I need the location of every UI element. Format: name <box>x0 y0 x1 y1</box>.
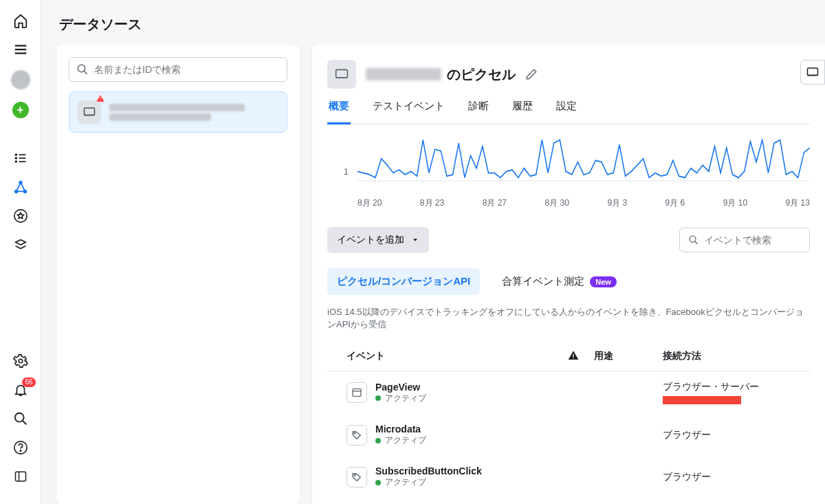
search-input[interactable] <box>94 64 280 75</box>
data-source-item[interactable] <box>69 91 287 133</box>
chart-x-axis: 8月 20 8月 23 8月 27 8月 30 9月 3 9月 6 9月 10 … <box>358 193 810 209</box>
alert-icon <box>96 94 105 103</box>
pixel-header-icon <box>327 60 356 89</box>
notification-badge: 66 <box>22 377 35 387</box>
svg-point-20 <box>78 65 85 72</box>
pixel-icon <box>78 100 101 124</box>
star-icon[interactable] <box>12 208 29 224</box>
svg-rect-31 <box>573 354 573 357</box>
tab-overview[interactable]: 概要 <box>327 100 351 124</box>
edit-icon[interactable] <box>525 68 538 80</box>
event-status: アクティブ <box>375 393 426 404</box>
home-icon[interactable] <box>12 12 29 29</box>
connection-method: ブラウザー <box>663 471 810 483</box>
event-name: SubscribedButtonClick <box>375 465 482 476</box>
event-name: Microdata <box>375 424 426 435</box>
th-event: イベント <box>346 350 553 362</box>
connection-method: ブラウザー <box>663 429 810 441</box>
window-icon <box>346 382 367 403</box>
chart-y-tick: 1 <box>344 167 349 177</box>
table-row[interactable]: SubscribedButtonClick アクティブ ブラウザー <box>327 456 810 498</box>
tabs: 概要 テストイベント 診断 履歴 設定 <box>327 100 810 124</box>
search-icon <box>688 234 698 246</box>
event-search-container[interactable] <box>679 228 810 252</box>
avatar[interactable] <box>11 70 30 89</box>
svg-point-35 <box>354 432 355 434</box>
tag-icon <box>346 467 367 487</box>
event-status: アクティブ <box>375 476 482 488</box>
event-name: PageView <box>375 382 426 393</box>
tag-icon <box>346 425 367 446</box>
table-row[interactable]: Microdata アクティブ ブラウザー <box>327 414 810 456</box>
notifications-icon[interactable]: 66 <box>12 382 29 398</box>
svg-line-30 <box>695 241 698 244</box>
nav-rail: + 66 <box>0 0 41 504</box>
svg-rect-26 <box>336 69 348 78</box>
info-text: iOS 14.5以降のデバイスでトラッキングをオフにしている人からのイベントを除… <box>327 306 810 331</box>
event-status: アクティブ <box>375 435 426 446</box>
integrations-icon[interactable] <box>12 237 29 253</box>
data-sources-icon[interactable] <box>12 179 29 195</box>
menu-icon[interactable] <box>12 41 29 58</box>
events-chart: 1 8月 20 8月 23 8月 27 8月 30 9月 3 9月 6 9月 1… <box>327 124 810 209</box>
add-event-button[interactable]: イベントを追加 <box>327 227 429 253</box>
help-icon[interactable] <box>12 439 29 456</box>
svg-line-21 <box>84 71 87 74</box>
tab-history[interactable]: 履歴 <box>511 100 534 124</box>
svg-point-14 <box>14 413 23 422</box>
svg-point-17 <box>20 450 21 451</box>
th-warning <box>553 350 594 362</box>
list-icon[interactable] <box>12 150 29 166</box>
table-row[interactable]: PageView アクティブ ブラウザー・サーバー <box>327 371 810 414</box>
tab-test-events[interactable]: テストイベント <box>371 100 446 124</box>
svg-point-7 <box>15 161 16 162</box>
subtab-pixel-api[interactable]: ピクセル/コンバージョンAPI <box>327 268 480 295</box>
subtab-aggregated[interactable]: 合算イベント測定 New <box>492 268 626 295</box>
svg-point-3 <box>15 154 16 155</box>
svg-rect-18 <box>15 472 25 481</box>
layout-toggle-button[interactable] <box>800 60 825 85</box>
search-nav-icon[interactable] <box>12 410 29 427</box>
svg-line-15 <box>22 421 26 425</box>
add-button[interactable]: + <box>12 102 29 118</box>
data-source-sidepanel <box>56 45 300 504</box>
event-search-input[interactable] <box>704 234 801 245</box>
tab-settings[interactable]: 設定 <box>555 100 578 124</box>
subtabs: ピクセル/コンバージョンAPI 合算イベント測定 New <box>327 268 825 295</box>
redacted-strip <box>663 396 741 404</box>
th-use: 用途 <box>594 350 663 362</box>
events-table: イベント 用途 接続方法 PageView アクティブ ブラウザー・サーバー <box>327 342 810 498</box>
pixel-title: のピクセル <box>366 65 516 84</box>
th-connection: 接続方法 <box>663 350 810 362</box>
search-icon <box>76 63 89 76</box>
svg-point-29 <box>690 236 696 242</box>
settings-icon[interactable] <box>12 353 29 369</box>
connection-method: ブラウザー・サーバー <box>663 381 810 404</box>
tab-diagnostics[interactable]: 診断 <box>467 100 490 124</box>
svg-rect-22 <box>85 108 95 116</box>
page-title: データソース <box>41 0 825 45</box>
svg-point-13 <box>19 359 23 363</box>
svg-rect-24 <box>808 68 818 76</box>
chevron-down-icon <box>411 236 419 244</box>
data-source-label <box>109 102 278 123</box>
new-badge: New <box>590 276 617 287</box>
svg-rect-33 <box>353 389 361 397</box>
svg-rect-32 <box>573 358 573 358</box>
panel-icon[interactable] <box>12 468 29 485</box>
svg-point-5 <box>15 157 16 159</box>
content-panel: のピクセル 概要 テストイベント 診断 履歴 設定 1 <box>312 45 825 504</box>
search-input-container[interactable] <box>69 57 287 82</box>
svg-point-36 <box>354 474 355 476</box>
